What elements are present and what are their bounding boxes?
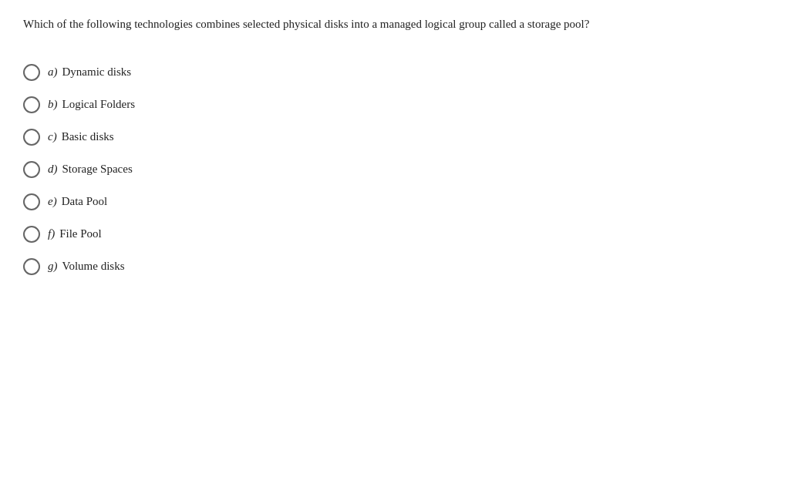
question-text: Which of the following technologies comb… (23, 15, 655, 33)
option-item-e[interactable]: e)Data Pool (23, 186, 789, 218)
option-text-a: Dynamic disks (62, 66, 132, 79)
radio-c[interactable] (23, 129, 40, 146)
option-label-d: d)Storage Spaces (48, 163, 133, 176)
option-label-e: e)Data Pool (48, 195, 107, 208)
radio-a[interactable] (23, 64, 40, 81)
option-label-f: f)File Pool (48, 227, 102, 240)
options-list: a)Dynamic disksb)Logical Foldersc)Basic … (23, 56, 789, 283)
option-text-g: Volume disks (62, 260, 125, 273)
radio-g[interactable] (23, 258, 40, 275)
option-letter-d: d) (48, 163, 58, 176)
option-item-f[interactable]: f)File Pool (23, 218, 789, 250)
option-item-b[interactable]: b)Logical Folders (23, 89, 789, 121)
option-label-a: a)Dynamic disks (48, 66, 131, 79)
option-item-g[interactable]: g)Volume disks (23, 250, 789, 283)
option-text-e: Data Pool (62, 195, 108, 208)
option-letter-e: e) (48, 195, 57, 208)
radio-b[interactable] (23, 96, 40, 113)
option-letter-b: b) (48, 98, 58, 111)
option-label-b: b)Logical Folders (48, 98, 135, 111)
option-letter-f: f) (48, 227, 55, 240)
radio-e[interactable] (23, 193, 40, 210)
option-letter-c: c) (48, 130, 57, 143)
option-text-c: Basic disks (62, 130, 114, 143)
option-label-c: c)Basic disks (48, 130, 114, 143)
option-label-g: g)Volume disks (48, 260, 124, 273)
option-item-d[interactable]: d)Storage Spaces (23, 153, 789, 186)
radio-f[interactable] (23, 226, 40, 243)
option-text-b: Logical Folders (62, 98, 136, 111)
option-text-d: Storage Spaces (62, 163, 133, 176)
option-item-a[interactable]: a)Dynamic disks (23, 56, 789, 89)
option-item-c[interactable]: c)Basic disks (23, 121, 789, 153)
option-letter-g: g) (48, 260, 58, 273)
radio-d[interactable] (23, 161, 40, 178)
option-text-f: File Pool (59, 227, 102, 240)
option-letter-a: a) (48, 66, 58, 79)
